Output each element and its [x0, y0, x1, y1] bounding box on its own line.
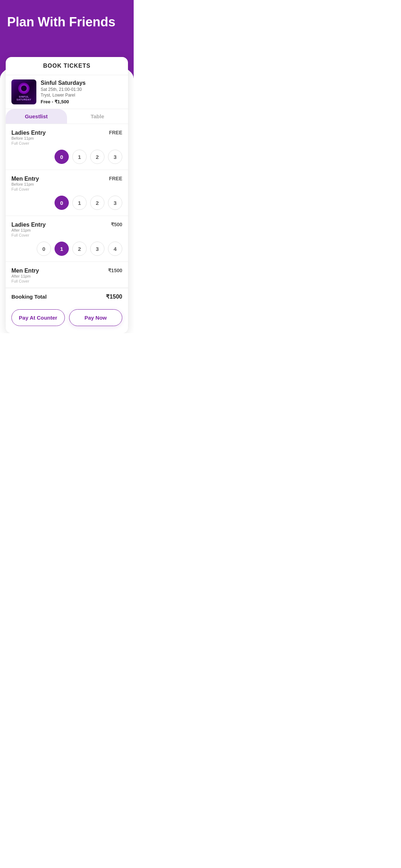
qty-btn-0-ladies-before[interactable]: 0 — [55, 150, 69, 164]
tab-table[interactable]: Table — [67, 109, 128, 124]
tab-guestlist[interactable]: Guestlist — [6, 109, 67, 124]
ticket-timing-men-after: After 11pm — [11, 274, 39, 278]
total-label: Booking Total — [11, 294, 47, 300]
ticket-section-men-after: Men Entry After 11pm Full Cover ₹1500 — [6, 262, 128, 288]
ticket-price-ladies-before: FREE — [109, 130, 122, 135]
ticket-timing-ladies-before: Before 11pm — [11, 136, 46, 140]
ticket-cover-men-before: Full Cover — [11, 187, 39, 191]
ticket-section-men-before: Men Entry Before 11pm Full Cover FREE 0 … — [6, 170, 128, 216]
pay-at-counter-button[interactable]: Pay At Counter — [11, 309, 65, 326]
qty-btn-2-ladies-after[interactable]: 2 — [72, 242, 87, 256]
qty-btn-0-ladies-after[interactable]: 0 — [37, 242, 51, 256]
booking-card: BOOK TICKETS SINFUL SATURDAY Sinful Satu… — [6, 57, 128, 333]
event-venue: Tryst, Lower Parel — [41, 93, 122, 98]
ticket-timing-ladies-after: After 11pm — [11, 228, 46, 232]
ticket-price-men-before: FREE — [109, 176, 122, 181]
qty-btn-1-men-before[interactable]: 1 — [72, 196, 87, 210]
qty-btn-3-ladies-after[interactable]: 3 — [90, 242, 104, 256]
event-info: SINFUL SATURDAY Sinful Saturdays Sat 25t… — [6, 75, 128, 109]
booking-total-row: Booking Total ₹1500 — [6, 288, 128, 305]
event-details: Sinful Saturdays Sat 25th, 21:00-01:30 T… — [41, 80, 122, 104]
qty-row-ladies-after: 0 1 2 3 4 — [11, 239, 122, 259]
ticket-name-men-after: Men Entry — [11, 268, 39, 274]
event-price: Free - ₹1,500 — [41, 99, 122, 104]
event-name: Sinful Saturdays — [41, 80, 122, 86]
ticket-price-ladies-after: ₹500 — [111, 222, 122, 227]
qty-btn-3-men-before[interactable]: 3 — [108, 196, 122, 210]
mask-icon — [18, 83, 30, 94]
ticket-cover-ladies-before: Full Cover — [11, 141, 46, 145]
qty-btn-2-ladies-before[interactable]: 2 — [90, 150, 104, 164]
ticket-name-men-before: Men Entry — [11, 176, 39, 182]
event-date: Sat 25th, 21:00-01:30 — [41, 87, 122, 92]
ticket-section-ladies-after: Ladies Entry After 11pm Full Cover ₹500 … — [6, 216, 128, 262]
qty-btn-4-ladies-after[interactable]: 4 — [108, 242, 122, 256]
ticket-timing-men-before: Before 11pm — [11, 182, 39, 186]
pay-now-button[interactable]: Pay Now — [69, 309, 123, 326]
hero-title: Plan With Friends — [7, 14, 127, 30]
action-buttons: Pay At Counter Pay Now — [6, 305, 128, 333]
event-thumb-label1: SINFUL — [19, 95, 29, 98]
qty-row-men-before: 0 1 2 3 — [11, 193, 122, 213]
ticket-section-ladies-before: Ladies Entry Before 11pm Full Cover FREE… — [6, 124, 128, 170]
card-header: BOOK TICKETS — [6, 57, 128, 75]
qty-btn-0-men-before[interactable]: 0 — [55, 196, 69, 210]
qty-btn-1-ladies-after[interactable]: 1 — [55, 242, 69, 256]
ticket-cover-men-after: Full Cover — [11, 279, 39, 283]
ticket-cover-ladies-after: Full Cover — [11, 233, 46, 237]
event-thumb-label2: SATURDAY — [16, 98, 31, 101]
qty-btn-1-ladies-before[interactable]: 1 — [72, 150, 87, 164]
tabs-container: Guestlist Table — [6, 109, 128, 124]
qty-btn-2-men-before[interactable]: 2 — [90, 196, 104, 210]
total-amount: ₹1500 — [106, 293, 122, 300]
ticket-name-ladies-before: Ladies Entry — [11, 130, 46, 136]
ticket-name-ladies-after: Ladies Entry — [11, 222, 46, 228]
qty-row-ladies-before: 0 1 2 3 — [11, 147, 122, 167]
event-thumbnail: SINFUL SATURDAY — [11, 79, 36, 104]
ticket-price-men-after: ₹1500 — [108, 268, 122, 273]
qty-btn-3-ladies-before[interactable]: 3 — [108, 150, 122, 164]
